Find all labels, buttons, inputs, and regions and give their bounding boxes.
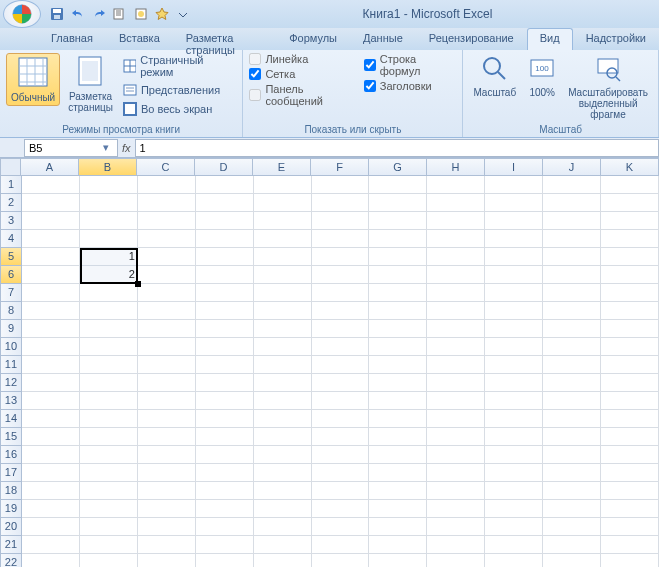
normal-view-button[interactable]: Обычный	[6, 53, 60, 106]
cell-G7[interactable]	[369, 284, 427, 302]
cell-H12[interactable]	[427, 374, 485, 392]
ruler-checkbox[interactable]: Линейка	[249, 53, 359, 65]
cell-J12[interactable]	[543, 374, 601, 392]
cell-D12[interactable]	[196, 374, 254, 392]
cell-K6[interactable]	[601, 266, 659, 284]
cell-K22[interactable]	[601, 554, 659, 567]
column-header-E[interactable]: E	[253, 158, 311, 176]
cell-E4[interactable]	[254, 230, 312, 248]
cell-D22[interactable]	[196, 554, 254, 567]
cell-D1[interactable]	[196, 176, 254, 194]
cell-C19[interactable]	[138, 500, 196, 518]
cell-A21[interactable]	[22, 536, 80, 554]
save-icon[interactable]	[48, 5, 66, 23]
cell-C10[interactable]	[138, 338, 196, 356]
cell-G13[interactable]	[369, 392, 427, 410]
row-header-22[interactable]: 22	[0, 554, 22, 567]
row-header-8[interactable]: 8	[0, 302, 22, 320]
cell-A16[interactable]	[22, 446, 80, 464]
cell-F4[interactable]	[312, 230, 370, 248]
cell-J3[interactable]	[543, 212, 601, 230]
cell-J2[interactable]	[543, 194, 601, 212]
cell-K13[interactable]	[601, 392, 659, 410]
tab-review[interactable]: Рецензирование	[416, 28, 527, 50]
cell-G19[interactable]	[369, 500, 427, 518]
cell-I9[interactable]	[485, 320, 543, 338]
undo-icon[interactable]	[69, 5, 87, 23]
column-header-A[interactable]: A	[21, 158, 79, 176]
row-header-16[interactable]: 16	[0, 446, 22, 464]
cell-C13[interactable]	[138, 392, 196, 410]
cell-G15[interactable]	[369, 428, 427, 446]
cell-E17[interactable]	[254, 464, 312, 482]
page-layout-button[interactable]: Разметка страницы	[64, 53, 117, 115]
row-header-21[interactable]: 21	[0, 536, 22, 554]
cell-E13[interactable]	[254, 392, 312, 410]
cell-I15[interactable]	[485, 428, 543, 446]
cell-E19[interactable]	[254, 500, 312, 518]
cell-A8[interactable]	[22, 302, 80, 320]
cell-H18[interactable]	[427, 482, 485, 500]
cell-J1[interactable]	[543, 176, 601, 194]
select-all-corner[interactable]	[0, 158, 21, 176]
column-header-F[interactable]: F	[311, 158, 369, 176]
row-header-6[interactable]: 6	[0, 266, 22, 284]
cell-A17[interactable]	[22, 464, 80, 482]
gridlines-checkbox[interactable]: Сетка	[249, 68, 359, 80]
cell-K15[interactable]	[601, 428, 659, 446]
cell-E7[interactable]	[254, 284, 312, 302]
cell-E16[interactable]	[254, 446, 312, 464]
fx-icon[interactable]: fx	[122, 142, 131, 154]
cell-B19[interactable]	[80, 500, 138, 518]
cell-I21[interactable]	[485, 536, 543, 554]
cell-D20[interactable]	[196, 518, 254, 536]
cell-C14[interactable]	[138, 410, 196, 428]
cell-F21[interactable]	[312, 536, 370, 554]
cell-C3[interactable]	[138, 212, 196, 230]
row-header-3[interactable]: 3	[0, 212, 22, 230]
cell-A9[interactable]	[22, 320, 80, 338]
cell-I12[interactable]	[485, 374, 543, 392]
cell-C9[interactable]	[138, 320, 196, 338]
cell-D4[interactable]	[196, 230, 254, 248]
cell-B4[interactable]	[80, 230, 138, 248]
cell-J11[interactable]	[543, 356, 601, 374]
cell-G2[interactable]	[369, 194, 427, 212]
column-header-C[interactable]: C	[137, 158, 195, 176]
column-header-H[interactable]: H	[427, 158, 485, 176]
cell-D6[interactable]	[196, 266, 254, 284]
cell-B22[interactable]	[80, 554, 138, 567]
cell-I6[interactable]	[485, 266, 543, 284]
cell-B12[interactable]	[80, 374, 138, 392]
cell-F14[interactable]	[312, 410, 370, 428]
cell-J4[interactable]	[543, 230, 601, 248]
cell-A22[interactable]	[22, 554, 80, 567]
cell-A2[interactable]	[22, 194, 80, 212]
cell-C1[interactable]	[138, 176, 196, 194]
cell-H14[interactable]	[427, 410, 485, 428]
cell-A4[interactable]	[22, 230, 80, 248]
tab-formulas[interactable]: Формулы	[276, 28, 350, 50]
cell-E18[interactable]	[254, 482, 312, 500]
cell-F15[interactable]	[312, 428, 370, 446]
cell-H15[interactable]	[427, 428, 485, 446]
cell-E20[interactable]	[254, 518, 312, 536]
cell-H22[interactable]	[427, 554, 485, 567]
cell-F2[interactable]	[312, 194, 370, 212]
cell-K12[interactable]	[601, 374, 659, 392]
cell-D3[interactable]	[196, 212, 254, 230]
cell-K18[interactable]	[601, 482, 659, 500]
cell-G16[interactable]	[369, 446, 427, 464]
cell-C4[interactable]	[138, 230, 196, 248]
cell-G22[interactable]	[369, 554, 427, 567]
cell-J7[interactable]	[543, 284, 601, 302]
cell-J8[interactable]	[543, 302, 601, 320]
cell-C21[interactable]	[138, 536, 196, 554]
cell-J6[interactable]	[543, 266, 601, 284]
cell-K16[interactable]	[601, 446, 659, 464]
cell-C5[interactable]	[138, 248, 196, 266]
cell-B9[interactable]	[80, 320, 138, 338]
cell-C15[interactable]	[138, 428, 196, 446]
cell-I10[interactable]	[485, 338, 543, 356]
cell-G9[interactable]	[369, 320, 427, 338]
